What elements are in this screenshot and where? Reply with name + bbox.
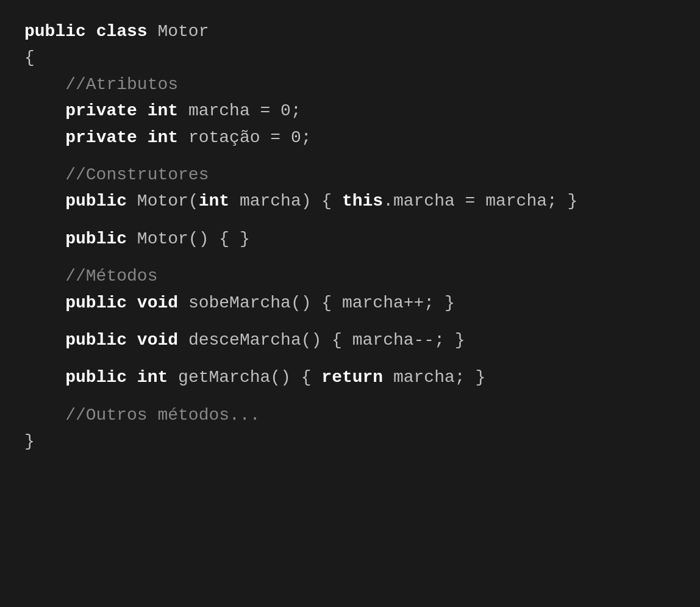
keyword-int-3: int (199, 192, 229, 210)
keyword-public: public (24, 22, 86, 41)
spacer-6 (24, 391, 676, 402)
line-class-declaration: public class Motor (24, 18, 676, 45)
keyword-public-6: public (65, 368, 127, 387)
line-getMarcha: public int getMarcha() { return marcha; … (24, 364, 676, 390)
comment-atributos: //Atributos (24, 71, 676, 98)
class-name: Motor (148, 22, 209, 41)
keyword-void-2: void (137, 331, 178, 350)
code-editor: public class Motor { //Atributos private… (0, 0, 700, 607)
line-close-brace-class: } (24, 428, 676, 454)
keyword-int-1: int (148, 101, 178, 120)
keyword-class: class (96, 22, 148, 41)
spacer-3 (24, 252, 676, 263)
comment-metodos: //Métodos (24, 263, 676, 289)
keyword-public-4: public (65, 293, 127, 312)
keyword-public-5: public (65, 331, 127, 350)
line-rotacao-field: private int rotação = 0; (24, 124, 676, 151)
keyword-int-4: int (137, 368, 168, 387)
spacer-1 (24, 151, 676, 162)
keyword-public-3: public (65, 229, 127, 248)
line-constructor-default: public Motor() { } (24, 226, 676, 252)
spacer-4 (24, 316, 676, 327)
keyword-public-2: public (65, 192, 127, 210)
line-desceMarcha: public void desceMarcha() { marcha--; } (24, 327, 676, 353)
comment-construtores: //Construtores (24, 162, 676, 188)
keyword-this: this (342, 192, 383, 210)
keyword-private-2: private (65, 128, 137, 147)
line-constructor-param: public Motor(int marcha) { this.marcha =… (24, 188, 676, 214)
keyword-return: return (321, 368, 383, 387)
keyword-int-2: int (148, 128, 178, 147)
line-marcha-field: private int marcha = 0; (24, 98, 676, 124)
comment-outros: //Outros métodos... (24, 402, 676, 428)
line-sobeMarcha: public void sobeMarcha() { marcha++; } (24, 290, 676, 316)
keyword-void-1: void (137, 293, 178, 312)
line-open-brace-class: { (24, 45, 676, 71)
keyword-private-1: private (65, 101, 137, 120)
spacer-2 (24, 215, 676, 226)
spacer-5 (24, 353, 676, 364)
